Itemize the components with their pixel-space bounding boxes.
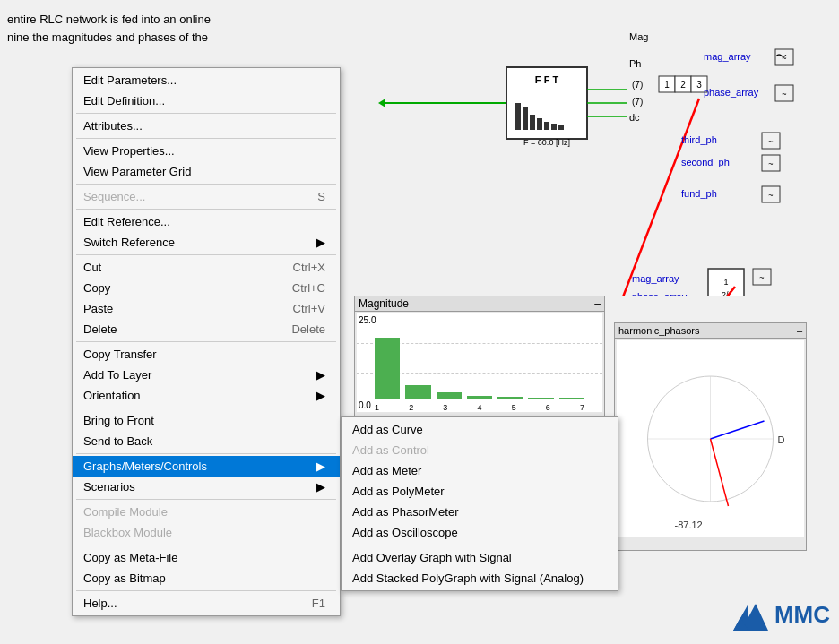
submenu-separator <box>345 545 614 545</box>
submenu-item-add-oscilloscope[interactable]: Add as Oscilloscope <box>342 522 618 543</box>
menu-item-help[interactable]: Help... F1 <box>73 593 340 614</box>
separator-11 <box>76 590 336 591</box>
svg-rect-7 <box>537 118 542 130</box>
menu-item-sequence[interactable]: Sequence... S <box>73 186 340 207</box>
submenu-graphs-meters: Add as Curve Add as Control Add as Meter… <box>341 416 618 591</box>
svg-rect-5 <box>523 107 528 130</box>
menu-item-orientation[interactable]: Orientation ▶ <box>73 385 340 406</box>
svg-text:1: 1 <box>664 80 670 90</box>
background-text: entire RLC network is fed into an online… <box>0 7 350 49</box>
magnitude-chart: Magnitude – 25.0 0.0 1 2 3 4 5 6 7 k <box>354 296 605 434</box>
svg-rect-9 <box>551 124 557 130</box>
menu-item-delete[interactable]: Delete Delete <box>73 319 340 339</box>
phasor-chart-area: D -87.12 <box>617 340 804 537</box>
bar-5 <box>497 397 523 399</box>
menu-item-blackbox-module[interactable]: Blackbox Module <box>73 522 340 543</box>
submenu-arrow-graphs: ▶ <box>316 459 325 473</box>
menu-item-view-props[interactable]: View Properties... <box>73 141 340 161</box>
menu-item-copy-meta[interactable]: Copy as Meta-File <box>73 547 340 568</box>
separator-5 <box>76 254 336 255</box>
svg-text:~: ~ <box>782 90 786 99</box>
svg-rect-4 <box>515 103 521 130</box>
separator-2 <box>76 138 336 139</box>
menu-item-paste[interactable]: Paste Ctrl+V <box>73 298 340 319</box>
menu-item-edit-def[interactable]: Edit Definition... <box>73 90 340 111</box>
menu-item-cut[interactable]: Cut Ctrl+X <box>73 257 340 278</box>
magnitude-chart-close[interactable]: – <box>594 297 601 310</box>
mmc-logo-icon <box>729 595 769 635</box>
svg-text:F = 60.0 [Hz]: F = 60.0 [Hz] <box>523 138 570 147</box>
svg-text:~: ~ <box>782 54 786 63</box>
magnitude-chart-area: 25.0 0.0 1 2 3 4 5 6 7 <box>357 313 602 412</box>
svg-text:second_ph: second_ph <box>681 157 730 167</box>
menu-item-view-param-grid[interactable]: View Parameter Grid <box>73 161 340 182</box>
svg-marker-1 <box>378 99 385 107</box>
menu-item-attributes[interactable]: Attributes... <box>73 116 340 136</box>
svg-text:mag_array: mag_array <box>632 273 679 284</box>
svg-text:fund_ph: fund_ph <box>681 188 717 199</box>
svg-text:Ph: Ph <box>629 58 641 69</box>
menu-item-copy-transfer[interactable]: Copy Transfer <box>73 344 340 365</box>
submenu-arrow-switch-ref: ▶ <box>316 236 325 249</box>
submenu-item-add-control[interactable]: Add as Control <box>342 440 618 460</box>
menu-item-compile-module[interactable]: Compile Module <box>73 502 340 522</box>
svg-text:1: 1 <box>723 278 728 287</box>
menu-item-add-to-layer[interactable]: Add To Layer ▶ <box>73 365 340 385</box>
separator-1 <box>76 113 336 114</box>
menu-item-graphs-meters[interactable]: Graphs/Meters/Controls ▶ <box>73 456 340 477</box>
svg-rect-10 <box>558 125 564 130</box>
bar-4 <box>467 396 492 399</box>
phasor-chart: harmonic_phasors – D -87.12 <box>614 322 807 551</box>
svg-text:~: ~ <box>768 137 773 146</box>
svg-text:F F T: F F T <box>535 74 559 85</box>
svg-text:phase_array: phase_array <box>704 87 759 98</box>
separator-10 <box>76 545 336 545</box>
bar-2 <box>405 385 430 399</box>
phasor-chart-close[interactable]: – <box>797 325 802 336</box>
separator-4 <box>76 209 336 210</box>
separator-7 <box>76 408 336 408</box>
svg-rect-6 <box>530 115 535 130</box>
svg-rect-8 <box>544 122 549 130</box>
menu-item-scenarios[interactable]: Scenarios ▶ <box>73 477 340 497</box>
svg-text:mag_array: mag_array <box>704 51 751 62</box>
svg-text:phase_array: phase_array <box>632 291 688 296</box>
submenu-item-overlay-graph[interactable]: Add Overlay Graph with Signal <box>342 547 618 568</box>
svg-text:third_ph: third_ph <box>681 134 717 145</box>
svg-text:D: D <box>778 434 785 445</box>
phasor-chart-title: harmonic_phasors – <box>615 323 806 339</box>
separator-8 <box>76 453 336 454</box>
svg-text:dc: dc <box>629 112 640 123</box>
svg-text:(7): (7) <box>632 80 643 90</box>
menu-item-switch-ref[interactable]: Switch Reference ▶ <box>73 232 340 253</box>
menu-item-edit-ref[interactable]: Edit Reference... <box>73 211 340 232</box>
svg-line-56 <box>711 421 765 439</box>
menu-item-edit-params[interactable]: Edit Parameters... <box>73 70 340 90</box>
submenu-item-add-phasormeter[interactable]: Add as PhasorMeter <box>342 502 618 522</box>
menu-item-bring-to-front[interactable]: Bring to Front <box>73 410 340 431</box>
svg-text:~: ~ <box>768 191 773 200</box>
submenu-item-add-curve[interactable]: Add as Curve <box>342 419 618 440</box>
magnitude-chart-title: Magnitude – <box>355 296 604 312</box>
menu-item-copy[interactable]: Copy Ctrl+C <box>73 278 340 298</box>
submenu-arrow-scenarios: ▶ <box>316 480 325 494</box>
menu-item-send-to-back[interactable]: Send to Back <box>73 431 340 451</box>
separator-6 <box>76 341 336 342</box>
bar-7 <box>559 398 584 399</box>
svg-text:2: 2 <box>680 80 686 90</box>
context-menu: Edit Parameters... Edit Definition... At… <box>72 67 341 616</box>
submenu-arrow-add-layer: ▶ <box>316 368 325 382</box>
mmc-logo: MMC <box>729 595 830 635</box>
circuit-diagram: F F T F = 60.0 [Hz] Mag Ph dc (7) (7) 1 … <box>376 18 834 296</box>
svg-text:(7): (7) <box>632 97 643 107</box>
svg-text:~: ~ <box>768 159 773 168</box>
svg-text:3: 3 <box>696 80 702 90</box>
bar-1 <box>375 338 400 399</box>
submenu-item-add-polymeter[interactable]: Add as PolyMeter <box>342 481 618 502</box>
svg-line-57 <box>711 439 729 506</box>
submenu-item-add-meter[interactable]: Add as Meter <box>342 460 618 481</box>
bar-3 <box>437 392 462 399</box>
menu-item-copy-bitmap[interactable]: Copy as Bitmap <box>73 568 340 588</box>
separator-9 <box>76 499 336 500</box>
submenu-item-stacked-polygraph[interactable]: Add Stacked PolyGraph with Signal (Analo… <box>342 568 618 588</box>
